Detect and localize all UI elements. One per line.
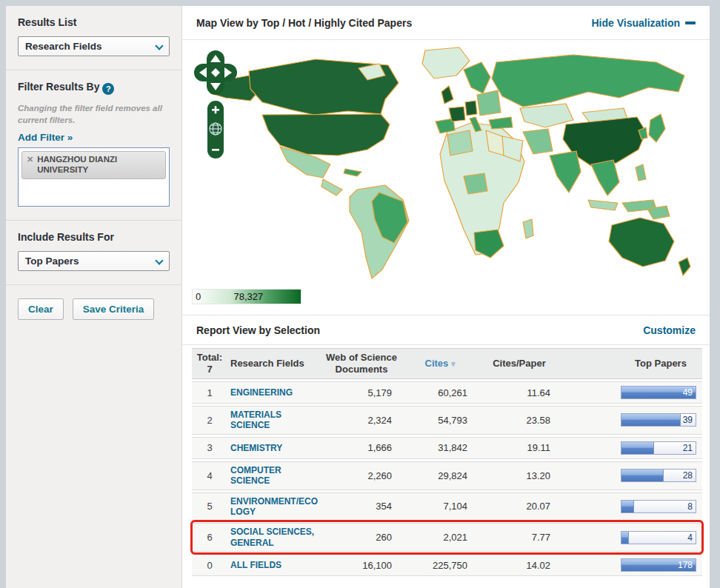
row-wos-documents: 354 <box>321 498 402 515</box>
row-top-papers-cell: 28 <box>619 466 702 485</box>
row-rank: 2 <box>192 412 227 429</box>
row-top-papers-cell: 49 <box>619 383 702 402</box>
filter-tag-label: HANGZHOU DIANZI UNIVERSITY <box>37 154 161 176</box>
row-field-cell: SOCIAL SCIENCES, GENERAL <box>227 524 321 551</box>
include-results-section: Include Results For Top Papers <box>6 221 181 285</box>
total-label: Total: <box>193 352 226 364</box>
filter-tag: ✕ HANGZHOU DIANZI UNIVERSITY <box>21 151 166 179</box>
minus-icon <box>685 21 696 24</box>
clear-button[interactable]: Clear <box>18 298 64 320</box>
row-cites: 60,261 <box>402 384 478 401</box>
row-top-papers-cell: 21 <box>619 438 702 458</box>
top-papers-bar-fill <box>621 470 664 481</box>
row-cites: 2,021 <box>402 529 478 546</box>
row-cites-paper: 11.64 <box>478 384 561 401</box>
row-wos-documents: 260 <box>321 529 402 546</box>
row-field-cell: ENGINEERING <box>227 384 321 401</box>
research-field-link[interactable]: MATERIALS SCIENCE <box>230 410 319 431</box>
top-papers-value: 4 <box>687 532 693 543</box>
row-cites-paper: 19.11 <box>478 439 561 456</box>
top-papers-bar: 178 <box>621 558 696 572</box>
hide-visualization-link[interactable]: Hide Visualization <box>591 17 696 29</box>
table-row: 6SOCIAL SCIENCES, GENERAL2602,0217.774 <box>192 523 702 552</box>
map-view-header: Map View by Top / Hot / Highly Cited Pap… <box>182 6 710 40</box>
row-cites: 54,793 <box>402 412 478 429</box>
total-count: 7 <box>193 364 226 375</box>
row-field-cell: COMPUTER SCIENCE <box>227 462 321 490</box>
results-list-dropdown[interactable]: Research Fields <box>18 36 170 56</box>
report-view-header: Report View by Selection Customize <box>182 315 710 345</box>
row-top-papers-cell: 4 <box>619 528 702 547</box>
top-papers-bar: 8 <box>621 500 696 513</box>
row-rank: 3 <box>192 439 227 456</box>
sidebar: Results List Research Fields Filter Resu… <box>6 6 182 588</box>
results-list-dropdown-value: Research Fields <box>25 41 102 52</box>
minus-icon <box>212 149 219 151</box>
table-row: 4COMPUTER SCIENCE2,26029,82413.2028 <box>192 461 702 490</box>
x-icon[interactable]: ✕ <box>27 154 33 176</box>
chevron-down-icon <box>155 41 163 50</box>
hide-visualization-label: Hide Visualization <box>591 17 680 29</box>
row-top-papers-cell: 39 <box>619 410 702 430</box>
map-legend: 0 78,327 <box>192 289 301 304</box>
question-icon[interactable]: ? <box>102 83 114 95</box>
filter-box[interactable]: ✕ HANGZHOU DIANZI UNIVERSITY <box>18 147 170 207</box>
row-rank: 4 <box>192 467 227 484</box>
include-results-dropdown[interactable]: Top Papers <box>18 251 170 271</box>
row-cites-paper: 20.07 <box>478 498 561 515</box>
table-row: 1ENGINEERING5,17960,26111.6449 <box>192 381 702 404</box>
filter-heading: Filter Results By? <box>18 81 170 95</box>
research-field-link[interactable]: ALL FIELDS <box>230 560 281 570</box>
research-field-link[interactable]: SOCIAL SCIENCES, GENERAL <box>230 527 319 548</box>
report-table: Total: 7 Research Fields Web of Science … <box>182 345 710 576</box>
col-header-wos-documents: Web of Science Documents <box>321 349 402 378</box>
zoom-control <box>207 101 224 158</box>
save-criteria-button[interactable]: Save Criteria <box>73 298 155 320</box>
research-field-link[interactable]: COMPUTER SCIENCE <box>230 465 319 487</box>
top-papers-bar-fill <box>621 442 654 454</box>
include-results-dropdown-value: Top Papers <box>25 255 79 267</box>
research-field-link[interactable]: CHEMISTRY <box>230 443 282 453</box>
row-wos-documents: 5,179 <box>321 384 402 401</box>
top-papers-value: 178 <box>678 560 693 570</box>
col-header-cites-sort[interactable]: Cites ▾ <box>402 355 478 372</box>
row-top-papers-cell: 8 <box>619 497 702 516</box>
row-cites: 31,842 <box>402 439 478 456</box>
row-field-cell: ENVIRONMENT/ECOLOGY <box>227 493 321 521</box>
col-header-total: Total: 7 <box>192 349 227 378</box>
cites-label: Cites <box>425 358 449 369</box>
map-navigation-controls <box>194 50 237 164</box>
row-wos-documents: 16,100 <box>321 557 402 574</box>
top-papers-bar: 49 <box>621 386 696 399</box>
research-field-link[interactable]: ENVIRONMENT/ECOLOGY <box>230 496 319 518</box>
col-header-research-fields: Research Fields <box>227 355 321 372</box>
top-papers-bar: 39 <box>621 413 696 427</box>
map-view-title: Map View by Top / Hot / Highly Cited Pap… <box>196 17 412 29</box>
chevron-down-icon <box>155 256 163 264</box>
include-results-heading: Include Results For <box>18 231 170 243</box>
row-rank: 0 <box>192 557 227 574</box>
results-list-heading: Results List <box>18 16 170 28</box>
top-papers-bar: 4 <box>621 531 696 544</box>
table-row: 0ALL FIELDS16,100225,75014.02178 <box>192 554 702 576</box>
research-field-link[interactable]: ENGINEERING <box>230 387 293 398</box>
customize-link[interactable]: Customize <box>643 324 696 336</box>
row-cites-paper: 13.20 <box>478 467 561 484</box>
row-wos-documents: 2,324 <box>321 412 402 429</box>
top-papers-bar-fill <box>621 414 681 426</box>
main-panel: Map View by Top / Hot / Highly Cited Pap… <box>182 6 710 588</box>
table-row: 2MATERIALS SCIENCE2,32454,79323.5839 <box>192 406 702 435</box>
world-map[interactable] <box>203 43 692 292</box>
row-wos-documents: 2,260 <box>321 467 402 484</box>
table-header-row: Total: 7 Research Fields Web of Science … <box>192 348 702 379</box>
table-row: 5ENVIRONMENT/ECOLOGY3547,10420.078 <box>192 492 702 521</box>
row-field-cell: ALL FIELDS <box>227 556 321 573</box>
top-papers-bar: 21 <box>621 441 696 455</box>
table-body: 1ENGINEERING5,17960,26111.64492MATERIALS… <box>192 381 702 576</box>
world-map-visualization: 0 78,327 <box>182 40 710 315</box>
report-view-title: Report View by Selection <box>196 324 320 336</box>
row-cites: 7,104 <box>402 498 478 515</box>
top-papers-bar-fill <box>621 532 629 544</box>
add-filter-link[interactable]: Add Filter » <box>18 132 73 143</box>
row-field-cell: CHEMISTRY <box>227 439 321 456</box>
